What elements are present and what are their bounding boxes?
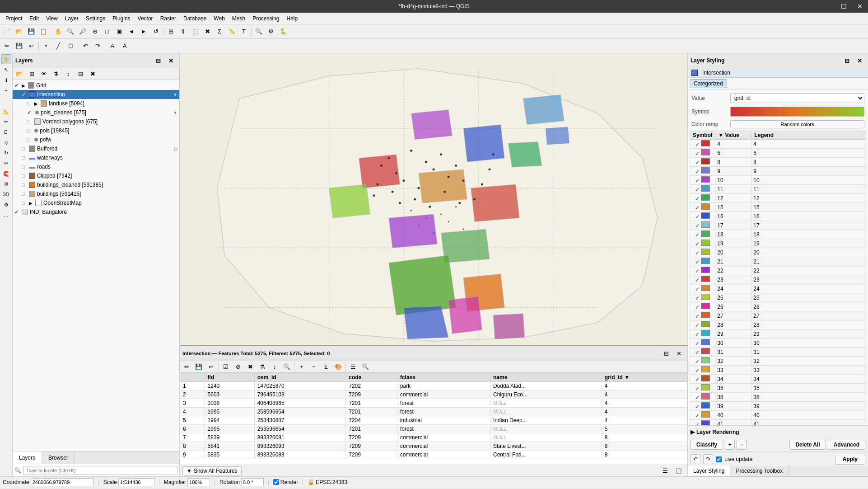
table-row[interactable]: 5 1994 253430887 7204 industrial Indian …	[180, 416, 687, 425]
legend-color-swatch[interactable]	[701, 393, 710, 400]
layer-item-pofw[interactable]: □ pofw	[13, 135, 179, 144]
remove-class-button[interactable]: −	[737, 440, 747, 450]
select-button[interactable]: ⬚	[189, 26, 201, 38]
list-item[interactable]: ✓ 29 29	[690, 329, 866, 339]
zoom-in-button[interactable]: 🔍	[65, 26, 76, 38]
new-field-button[interactable]: +	[296, 361, 308, 373]
legend-color-swatch[interactable]	[701, 366, 710, 372]
digitize-polygon-button[interactable]: ⬡	[65, 40, 76, 52]
zoom-out-button[interactable]: 🔎	[77, 26, 89, 38]
menu-plugins[interactable]: Plugins	[109, 14, 134, 23]
list-item[interactable]: ✓ 21 21	[690, 257, 866, 266]
layer-rendering-header[interactable]: ▶ Layer Rendering	[691, 428, 865, 436]
edit-features-button[interactable]: ✏	[181, 361, 192, 373]
table-view-button[interactable]: ☰	[659, 465, 671, 477]
random-colors-button[interactable]: Random colors	[730, 120, 864, 128]
tool-measure[interactable]: 📐	[1, 106, 11, 116]
edit-pencil-button[interactable]: ✏	[1, 40, 13, 52]
pan-button[interactable]: ✋	[52, 26, 64, 38]
legend-color-swatch[interactable]	[701, 357, 710, 363]
table-row[interactable]: 2 5603 796465109 7209 commercial Chiguru…	[180, 390, 687, 399]
tool-3d[interactable]: 3D	[1, 189, 11, 199]
scale-input[interactable]	[118, 478, 154, 486]
menu-raster[interactable]: Raster	[157, 14, 180, 23]
list-item[interactable]: ✓ 28 28	[690, 320, 866, 329]
tool-annotation[interactable]: ✏	[1, 117, 11, 127]
list-item[interactable]: ✓ 41 41	[690, 420, 866, 426]
render-checkbox[interactable]	[273, 479, 279, 485]
menu-settings[interactable]: Settings	[82, 14, 109, 23]
list-item[interactable]: ✓ 9 9	[690, 167, 866, 176]
legend-color-swatch[interactable]	[701, 158, 710, 165]
select-all-button[interactable]: ☑	[220, 361, 232, 373]
advanced-button[interactable]: Advanced	[828, 440, 865, 450]
legend-col-legend[interactable]: Legend	[751, 131, 866, 140]
menu-vector[interactable]: Vector	[134, 14, 157, 23]
expand-all-button[interactable]: ↕	[62, 68, 74, 80]
rotation-input[interactable]	[241, 478, 264, 486]
layer-item-openstreetmap[interactable]: □ ▶ OpenStreetMap	[13, 198, 179, 207]
layer-item-waterways[interactable]: □ waterways	[13, 153, 179, 162]
zoom-next-button[interactable]: ►	[138, 26, 149, 38]
rp-tab-layer-styling[interactable]: Layer Styling	[688, 466, 730, 476]
zoom-prev-button[interactable]: ◄	[126, 26, 137, 38]
new-project-button[interactable]: 📄	[1, 26, 13, 38]
legend-col-value[interactable]: ▼ Value	[715, 131, 751, 140]
tool-forms[interactable]: 🗒	[1, 127, 11, 137]
search-button[interactable]: 🔍	[253, 26, 265, 38]
list-item[interactable]: ✓ 17 17	[690, 221, 866, 230]
label-2-button[interactable]: Ā	[119, 40, 131, 52]
zoom-full-button[interactable]: ⊕	[89, 26, 101, 38]
tool-zoom-out[interactable]: −	[1, 96, 11, 106]
list-item[interactable]: ✓ 32 32	[690, 357, 866, 366]
python-button[interactable]: 🐍	[277, 26, 289, 38]
layer-item-clipped[interactable]: □ Clipped [7942]	[13, 171, 179, 180]
delete-all-button[interactable]: Delete All	[789, 440, 826, 450]
open-layer-button[interactable]: 📂	[14, 68, 25, 80]
layer-item-voronoi[interactable]: □ Voronoi polygons [675]	[13, 117, 179, 126]
list-item[interactable]: ✓ 5 5	[690, 149, 866, 158]
legend-col-symbol[interactable]: Symbol	[690, 131, 715, 140]
refresh-button[interactable]: ↺	[150, 26, 162, 38]
undo-button[interactable]: ↶	[79, 40, 91, 52]
layer-item-ind-bangalore[interactable]: ✓ IND_Bangalore	[13, 207, 179, 216]
undo-style-button[interactable]: ↶	[691, 454, 700, 464]
table-row[interactable]: 8 5841 893326093 7209 commercial State L…	[180, 442, 687, 451]
col-name[interactable]: name	[490, 373, 602, 382]
menu-database[interactable]: Database	[180, 14, 210, 23]
tool-settings[interactable]: ⚙	[1, 200, 11, 210]
legend-color-swatch[interactable]	[701, 384, 710, 390]
tool-geoprocessing[interactable]: ⚙	[1, 179, 11, 189]
deselect-attr-button[interactable]: ✖	[244, 361, 256, 373]
conditional-format-button[interactable]: 🎨	[332, 361, 344, 373]
remove-layer-button[interactable]: ✖	[87, 68, 98, 80]
label-button[interactable]: A	[107, 40, 118, 52]
collapse-all-button[interactable]: ⊟	[75, 68, 86, 80]
table-row[interactable]: 7 5839 893326091 7209 commercial NULL 8	[180, 433, 687, 442]
categorized-type-button[interactable]: Categorized	[690, 79, 727, 88]
measure-button[interactable]: 📏	[226, 26, 238, 38]
legend-color-swatch[interactable]	[701, 249, 710, 255]
legend-color-swatch[interactable]	[701, 212, 710, 219]
tool-identify[interactable]: ℹ	[1, 75, 11, 85]
layer-item-buffered[interactable]: □ Buffered ⊟	[13, 144, 179, 153]
right-panel-options[interactable]: ⊟	[841, 55, 853, 66]
legend-color-swatch[interactable]	[701, 375, 710, 381]
map-canvas[interactable]	[180, 53, 687, 345]
legend-color-swatch[interactable]	[701, 230, 710, 237]
digitize-line-button[interactable]: ╱	[52, 40, 64, 52]
legend-color-swatch[interactable]	[701, 185, 710, 192]
tool-zoom-in[interactable]: +	[1, 85, 11, 95]
symbol-swatch[interactable]	[730, 107, 864, 117]
tool-pan[interactable]: ✋	[1, 54, 11, 64]
list-item[interactable]: ✓ 39 39	[690, 402, 866, 411]
delete-field-button[interactable]: −	[308, 361, 320, 373]
list-item[interactable]: ✓ 22 22	[690, 266, 866, 275]
legend-color-swatch[interactable]	[701, 258, 710, 264]
redo-style-button[interactable]: ↷	[703, 454, 713, 464]
list-item[interactable]: ✓ 20 20	[690, 248, 866, 257]
menu-project[interactable]: Project	[2, 14, 26, 23]
list-item[interactable]: ✓ 25 25	[690, 293, 866, 302]
legend-color-swatch[interactable]	[701, 312, 710, 318]
list-item[interactable]: ✓ 24 24	[690, 284, 866, 293]
